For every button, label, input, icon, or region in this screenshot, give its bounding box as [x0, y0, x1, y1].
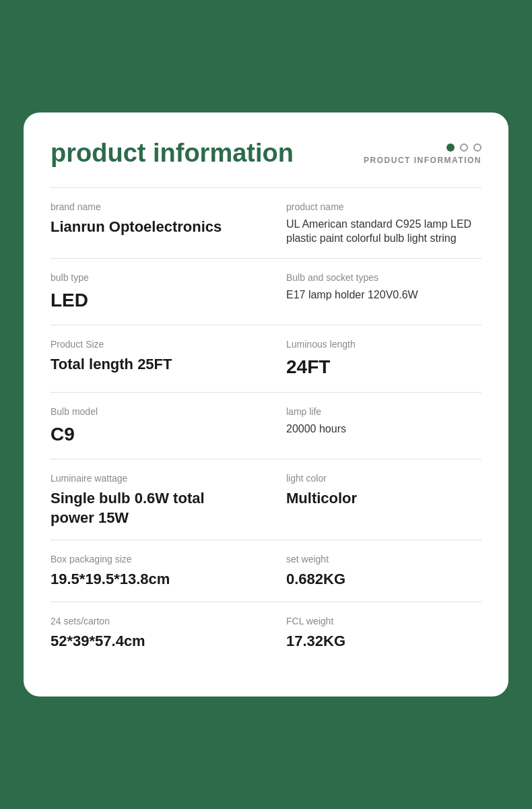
fcl-weight-cell: FCL weight 17.32KG	[266, 602, 481, 664]
pagination-dots	[446, 143, 481, 152]
page-title: product information	[51, 139, 294, 168]
set-weight-cell: set weight 0.682KG	[266, 540, 481, 602]
brand-name-cell: brand name Lianrun Optoelectronics	[51, 188, 266, 259]
info-grid: brand name Lianrun Optoelectronics produ…	[51, 188, 481, 663]
product-name-value: UL American standard C925 lamp LED plast…	[286, 218, 475, 246]
card-header: product information PRODUCT INFORMATION	[51, 139, 481, 168]
bulb-type-value: LED	[51, 288, 246, 313]
lamp-life-label: lamp life	[286, 406, 475, 417]
bulb-model-value: C9	[51, 422, 246, 447]
fcl-weight-label: FCL weight	[286, 616, 475, 626]
carton-cell: 24 sets/carton 52*39*57.4cm	[51, 602, 266, 664]
page-label: PRODUCT INFORMATION	[364, 156, 481, 165]
set-weight-label: set weight	[286, 554, 475, 564]
dot-3	[473, 143, 481, 152]
brand-name-value: Lianrun Optoelectronics	[51, 218, 246, 237]
carton-label: 24 sets/carton	[51, 616, 246, 626]
wattage-label: Luminaire wattage	[51, 473, 246, 484]
light-color-cell: light color Multicolor	[266, 459, 481, 540]
light-color-label: light color	[286, 473, 475, 484]
dot-1	[446, 143, 455, 152]
box-size-cell: Box packaging size 19.5*19.5*13.8cm	[51, 540, 266, 602]
header-right: PRODUCT INFORMATION	[364, 139, 481, 165]
lamp-life-cell: lamp life 20000 hours	[266, 393, 481, 459]
dot-2	[460, 143, 468, 152]
socket-type-label: Bulb and socket types	[286, 272, 475, 283]
wattage-cell: Luminaire wattage Single bulb 0.6W total…	[51, 459, 266, 540]
bulb-model-cell: Bulb model C9	[51, 393, 266, 459]
bulb-model-label: Bulb model	[51, 406, 246, 417]
bulb-type-label: bulb type	[51, 272, 246, 283]
wattage-value: Single bulb 0.6W total power 15W	[51, 489, 246, 527]
product-name-cell: product name UL American standard C925 l…	[266, 188, 481, 259]
socket-type-value: E17 lamp holder 120V0.6W	[286, 288, 475, 302]
box-size-label: Box packaging size	[51, 554, 246, 564]
product-info-card: product information PRODUCT INFORMATION …	[24, 112, 508, 697]
product-size-label: Product Size	[51, 339, 246, 350]
luminous-length-value: 24FT	[286, 355, 475, 379]
product-size-cell: Product Size Total length 25FT	[51, 325, 266, 392]
light-color-value: Multicolor	[286, 489, 475, 509]
box-size-value: 19.5*19.5*13.8cm	[51, 570, 246, 589]
fcl-weight-value: 17.32KG	[286, 632, 475, 651]
carton-value: 52*39*57.4cm	[51, 632, 246, 651]
luminous-length-label: Luminous length	[286, 339, 475, 350]
socket-type-cell: Bulb and socket types E17 lamp holder 12…	[266, 259, 481, 325]
luminous-length-cell: Luminous length 24FT	[266, 325, 481, 392]
set-weight-value: 0.682KG	[286, 570, 475, 589]
lamp-life-value: 20000 hours	[286, 422, 475, 436]
brand-name-label: brand name	[51, 201, 246, 212]
product-name-label: product name	[286, 201, 475, 212]
product-size-value: Total length 25FT	[51, 355, 246, 375]
bulb-type-cell: bulb type LED	[51, 259, 266, 325]
